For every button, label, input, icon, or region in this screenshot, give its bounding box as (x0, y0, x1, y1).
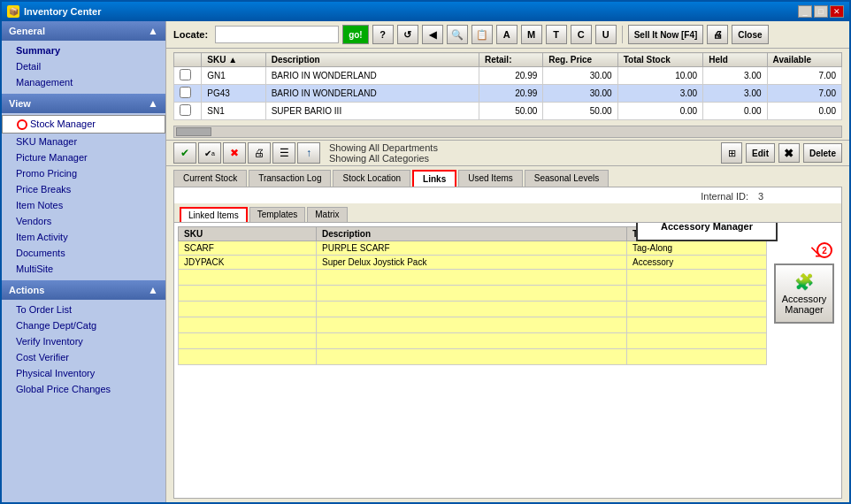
back-button[interactable]: ◀ (422, 25, 443, 44)
refresh-button[interactable]: ↺ (397, 25, 418, 44)
linked-items-row[interactable]: SCARF PURPLE SCARF Tag-Along (179, 241, 767, 256)
tab-transaction-log[interactable]: Transaction Log (249, 170, 331, 187)
close-button[interactable]: Close (732, 25, 768, 44)
sidebar-item-verify-inventory[interactable]: Verify Inventory (2, 333, 165, 349)
a-button[interactable]: A (496, 25, 518, 44)
col-header-sku[interactable]: SKU ▲ (202, 53, 265, 67)
table-area: SKU ▲ Description Retail: Reg. Price Tot… (166, 49, 849, 124)
row-held: 3.00 (703, 85, 767, 103)
section-header-view[interactable]: View ▲ (2, 94, 165, 113)
sidebar-item-management[interactable]: Management (2, 74, 165, 90)
section-header-actions[interactable]: Actions ▲ (2, 280, 165, 300)
sidebar-item-promo-pricing[interactable]: Promo Pricing (2, 165, 165, 181)
tab-links[interactable]: Links (412, 170, 456, 187)
table-row[interactable]: GN1 BARIO IN WONDERLAND 20.99 30.00 10.0… (174, 67, 842, 85)
row-checkbox[interactable] (174, 85, 202, 103)
layout-button[interactable]: ☰ (272, 142, 295, 164)
sidebar-item-cost-verifier[interactable]: Cost Verifier (2, 349, 165, 365)
sidebar-item-detail[interactable]: Detail (2, 58, 165, 74)
print-button[interactable]: 🖨 (707, 25, 728, 44)
sidebar-item-sku-manager[interactable]: SKU Manager (2, 134, 165, 149)
sub-tab-templates[interactable]: Templates (249, 207, 306, 222)
sell-it-button[interactable]: Sell It Now [F4] (628, 25, 704, 44)
inner-row-type: Accessory (627, 256, 767, 270)
row-retail: 50.00 (479, 103, 542, 120)
row-sku: SN1 (202, 103, 265, 120)
accessory-manager-icon: 🧩 (794, 272, 814, 292)
sidebar-item-picture-manager[interactable]: Picture Manager (2, 149, 165, 165)
window-body: General ▲ Summary Detail Management View… (2, 21, 849, 502)
c-button[interactable]: C (571, 25, 592, 44)
horizontal-scrollbar[interactable] (173, 126, 842, 138)
linked-items-row[interactable]: JDYPACK Super Delux Joystick Pack Access… (179, 256, 767, 270)
sidebar-item-global-price-changes[interactable]: Global Price Changes (2, 381, 165, 397)
m-button[interactable]: M (521, 25, 542, 44)
locate-input[interactable] (215, 26, 339, 43)
sub-tab-linked-items[interactable]: Linked Items (180, 207, 248, 222)
help-button[interactable]: ? (372, 25, 394, 44)
section-header-general[interactable]: General ▲ (2, 21, 165, 41)
delete-button[interactable]: Delete (803, 143, 842, 163)
tab-seasonal-levels[interactable]: Seasonal Levels (525, 170, 609, 187)
tab-stock-location[interactable]: Stock Location (333, 170, 410, 187)
sidebar-item-multisite[interactable]: MultiSite (2, 261, 165, 277)
showing-text: Showing All Departments Showing All Cate… (329, 142, 438, 164)
collapse-icon-actions: ▲ (148, 284, 158, 296)
col-header-checkbox (174, 53, 202, 67)
col-header-retail[interactable]: Retail: (479, 53, 542, 67)
edit-delete-area: ⊞ Edit ✖ Delete (721, 142, 842, 164)
row-reg-price: 30.00 (543, 67, 617, 85)
row-sku: PG43 (202, 85, 265, 103)
row-checkbox[interactable] (174, 67, 202, 85)
close-window-button[interactable]: ✕ (830, 5, 844, 18)
tab-current-stock[interactable]: Current Stock (173, 170, 247, 187)
col-header-reg-price[interactable]: Reg. Price (543, 53, 617, 67)
search-button[interactable]: 🔍 (447, 25, 468, 44)
internal-id-area: Internal ID: 3 (701, 189, 763, 202)
col-header-total-stock[interactable]: Total Stock (617, 53, 702, 67)
checkmark-button[interactable]: ✔ (173, 142, 196, 164)
sidebar-item-stock-manager[interactable]: Stock Manager (2, 115, 165, 134)
u-button[interactable]: U (595, 25, 617, 44)
col-header-description[interactable]: Description (265, 53, 479, 67)
row-total-stock: 10.00 (617, 67, 702, 85)
sidebar-item-item-notes[interactable]: Item Notes (2, 197, 165, 213)
uncheck-button[interactable]: ✖ (223, 142, 246, 164)
copy-button[interactable]: 📋 (472, 25, 493, 44)
sidebar-item-summary[interactable]: Summary (2, 42, 165, 58)
check-edit-button[interactable]: ✔a (198, 142, 221, 164)
sidebar-item-vendors[interactable]: Vendors (2, 213, 165, 229)
delete-icon[interactable]: ✖ (778, 143, 800, 163)
grid-icon[interactable]: ⊞ (721, 142, 742, 164)
move-button[interactable]: ↑ (297, 142, 320, 164)
minimize-button[interactable]: _ (798, 5, 812, 18)
edit-button[interactable]: Edit (746, 143, 775, 163)
linked-items-empty-row (179, 317, 767, 333)
title-bar: 📦 Inventory Center _ □ ✕ (2, 2, 849, 21)
maximize-button[interactable]: □ (814, 5, 828, 18)
inner-row-sku: SCARF (179, 241, 317, 256)
inner-row-description: Super Delux Joystick Pack (317, 256, 627, 270)
inner-col-sku: SKU (179, 227, 317, 241)
sidebar-item-physical-inventory[interactable]: Physical Inventory (2, 365, 165, 381)
sidebar-item-item-activity[interactable]: Item Activity (2, 229, 165, 245)
sub-tabs-row: Linked Items Templates Matrix (174, 203, 841, 223)
accessory-manager-button[interactable]: 🧩 Accessory Manager (774, 263, 834, 324)
t-button[interactable]: T (546, 25, 567, 44)
print-list-button[interactable]: 🖨 (248, 142, 271, 164)
sidebar-item-to-order-list[interactable]: To Order List (2, 302, 165, 317)
table-row[interactable]: SN1 SUPER BARIO III 50.00 50.00 0.00 0.0… (174, 103, 842, 120)
inner-col-description: Description (317, 227, 627, 241)
table-row[interactable]: PG43 BARIO IN WONDERLAND 20.99 30.00 3.0… (174, 85, 842, 103)
row-checkbox[interactable] (174, 103, 202, 120)
go-button[interactable]: go! (342, 25, 369, 44)
col-header-held[interactable]: Held (703, 53, 767, 67)
sidebar-item-change-dept[interactable]: Change Dept/Catg (2, 317, 165, 333)
action-bar: ✔ ✔a ✖ 🖨 ☰ ↑ Showing All Departments Sho… (166, 140, 849, 166)
tab-used-items[interactable]: Used Items (458, 170, 523, 187)
col-header-available[interactable]: Available (767, 53, 841, 67)
step2-text: Step 2 - Click on Accessory Manager (661, 223, 753, 232)
sub-tab-matrix[interactable]: Matrix (307, 207, 347, 222)
sidebar-item-documents[interactable]: Documents (2, 245, 165, 261)
sidebar-item-price-breaks[interactable]: Price Breaks (2, 181, 165, 197)
